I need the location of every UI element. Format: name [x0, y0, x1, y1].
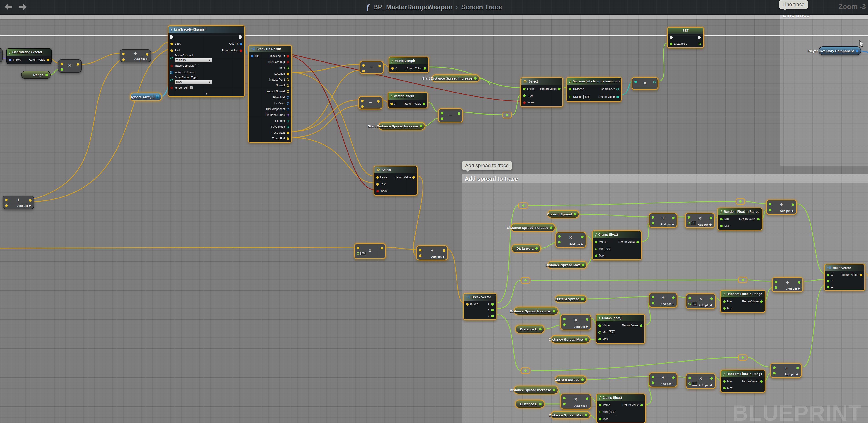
add-b-3-pin-icon[interactable] — [773, 372, 776, 374]
break-hit-result-header[interactable]: Break Hit Result — [249, 46, 291, 52]
division-whole-remainder-pin-icon[interactable] — [569, 96, 571, 98]
break-vector-pin-icon[interactable] — [491, 303, 494, 305]
set-distance-l[interactable]: SETDistance L — [667, 27, 704, 48]
distance-l-1-pin-icon[interactable] — [535, 247, 538, 250]
break-hit-result-pin-icon[interactable] — [286, 114, 289, 116]
get-rotation-x-vector-header[interactable]: ƒGetRotationXVector — [7, 49, 51, 56]
distance-spread-increase-2[interactable]: Distance Spread Increase — [514, 307, 558, 315]
multiply-neg-2-add-pin-button[interactable]: Add pin ✚ — [699, 304, 712, 307]
vector-length-2-header[interactable]: ƒVectorLength — [388, 93, 427, 99]
clamp-float-1-pin-icon[interactable] — [595, 241, 597, 243]
current-spread-1-pin-icon[interactable] — [574, 213, 576, 215]
break-hit-result-pin-icon[interactable] — [286, 72, 289, 75]
random-float-1[interactable]: ƒRandom Float in RangeMinReturn ValueMax — [717, 208, 762, 231]
ignore-array-array-pin-icon[interactable] — [156, 95, 159, 98]
clamp-float-3-pin-icon[interactable] — [641, 404, 643, 406]
break-vector-header[interactable]: Break Vector — [464, 294, 496, 301]
random-float-1-pin-icon[interactable] — [720, 218, 723, 220]
multiply-3-pin-icon[interactable] — [563, 397, 566, 399]
add-a-2[interactable]: +Add pin ✚ — [649, 293, 677, 307]
subtract-1-pin-icon[interactable] — [378, 65, 381, 67]
multiply-2-pin-icon[interactable] — [586, 318, 588, 321]
reroute-2b[interactable] — [738, 277, 747, 283]
add-pin-bottom-mid-pin-icon[interactable] — [419, 249, 422, 251]
comment-strip-title-bar[interactable] — [0, 14, 868, 19]
subtract-2-pin-icon[interactable] — [361, 105, 364, 108]
start-distance-spread-increase-1-pin-icon[interactable] — [474, 77, 476, 80]
multiply-neg-2-value-box[interactable]: -1 — [692, 302, 697, 306]
distance-l-3[interactable]: Distance L — [515, 400, 545, 408]
multiply-neg-3-value-box[interactable]: -1 — [692, 382, 697, 386]
get-rotation-x-vector[interactable]: ƒGetRotationXVectorIn RotReturn Value — [6, 48, 52, 64]
multiply-neg-3-pin-icon[interactable] — [688, 377, 691, 379]
add-pin-bottom-mid-pin-icon[interactable] — [443, 249, 445, 252]
add-pin-top[interactable]: +Add pin ✚ — [120, 50, 151, 62]
reroute-3b-pin-icon[interactable] — [742, 356, 744, 359]
clamp-float-3-pin-icon[interactable] — [599, 418, 601, 420]
line-trace-by-channel-checkbox[interactable]: ✔ — [190, 86, 193, 89]
multiply-55-pin-icon[interactable] — [357, 252, 359, 255]
multiply-neg-2-pin-icon[interactable] — [688, 297, 691, 299]
add-b-3-pin-icon[interactable] — [773, 366, 776, 369]
add-a-3-pin-icon[interactable] — [652, 382, 654, 384]
multiply-neg-1-pin-icon[interactable] — [687, 222, 690, 224]
vector-length-1-pin-icon[interactable] — [424, 67, 426, 70]
multiply-1-pin-icon[interactable] — [558, 235, 561, 238]
line-trace-by-channel-exec-pin-icon[interactable] — [239, 35, 242, 38]
break-hit-result-pin-icon[interactable] — [286, 61, 289, 63]
clamp-float-2-header[interactable]: ƒClamp (float) — [596, 314, 645, 322]
multiply-range-pin-icon[interactable] — [76, 63, 79, 65]
multiply-1-pin-icon[interactable] — [558, 241, 561, 243]
clamp-float-2-pin-icon[interactable] — [598, 324, 601, 327]
add-pin-bottom-left-pin-icon[interactable] — [5, 204, 8, 207]
add-b-2-pin-icon[interactable] — [798, 281, 801, 283]
add-b-1-pin-icon[interactable] — [769, 209, 771, 211]
division-whole-remainder-header[interactable]: ƒDivision (whole and remainder) — [567, 78, 621, 85]
reroute-2[interactable] — [521, 277, 530, 283]
make-vector-header[interactable]: Make Vector — [825, 265, 864, 271]
clamp-float-3-pin-icon[interactable] — [599, 404, 601, 406]
ignore-array[interactable]: Ignore Array L — [130, 93, 162, 101]
multiply-neg-2-pin-icon[interactable] — [710, 297, 713, 300]
clamp-float-2-pin-icon[interactable] — [598, 331, 601, 334]
clamp-float-1-pin-icon[interactable] — [595, 248, 597, 250]
multiply-teal-pin-icon[interactable] — [634, 81, 637, 83]
add-pin-bottom-left[interactable]: +Add pin ✚ — [3, 195, 34, 209]
add-b-1-add-pin-button[interactable]: Add pin ✚ — [780, 209, 794, 213]
subtract-2-pin-icon[interactable] — [361, 99, 364, 102]
set-distance-l-pin-icon[interactable] — [699, 43, 701, 45]
vector-length-2-pin-icon[interactable] — [390, 102, 393, 105]
random-float-1-pin-icon[interactable] — [757, 218, 760, 220]
vector-length-1[interactable]: ƒVectorLengthAReturn Value — [389, 57, 429, 73]
clamp-float-3-header[interactable]: ƒClamp (float) — [597, 394, 645, 401]
multiply-2[interactable]: ×Add pin ✚ — [560, 314, 591, 330]
break-hit-result-pin-icon[interactable] — [286, 131, 289, 134]
clamp-float-1[interactable]: ƒClamp (float)ValueReturn ValueMin0.0Max — [592, 231, 642, 260]
distance-spread-max-2-pin-icon[interactable] — [585, 338, 587, 341]
add-pin-top-pin-icon[interactable] — [146, 53, 149, 56]
distance-spread-increase-1-pin-icon[interactable] — [550, 226, 553, 229]
select-green-pin-icon[interactable] — [523, 87, 526, 90]
clamp-float-1-pin-icon[interactable] — [636, 241, 639, 243]
multiply-2-add-pin-button[interactable]: Add pin ✚ — [575, 325, 588, 328]
add-a-1-pin-icon[interactable] — [652, 222, 654, 224]
multiply-2-pin-icon[interactable] — [563, 324, 566, 326]
subtract-3[interactable]: − — [438, 109, 463, 122]
reroute-3-pin-icon[interactable] — [524, 369, 527, 372]
add-a-2-add-pin-button[interactable]: Add pin ✚ — [660, 302, 674, 306]
add-pin-bottom-left-add-pin-button[interactable]: Add pin ✚ — [18, 204, 31, 208]
line-trace-by-channel-dropdown[interactable]: None▼ — [175, 80, 212, 84]
reroute-3b[interactable] — [738, 354, 747, 361]
add-b-2[interactable]: +Add pin ✚ — [772, 277, 803, 292]
current-spread-1[interactable]: Current Spread — [548, 210, 579, 218]
random-float-3[interactable]: ƒRandom Float in RangeMinReturn ValueMax — [720, 370, 765, 393]
range-pin-icon[interactable] — [45, 74, 48, 76]
start-distance-spread-increase-2[interactable]: Start Distance Spread Increase — [379, 122, 425, 130]
line-trace-by-channel-exec-pin-icon[interactable] — [170, 35, 174, 38]
add-a-3-pin-icon[interactable] — [652, 376, 654, 378]
add-pin-top-pin-icon[interactable] — [122, 58, 125, 61]
line-trace-by-channel[interactable]: ƒLineTraceByChannelStartOut HitEndReturn… — [168, 25, 245, 97]
select-mid-pin-icon[interactable] — [376, 183, 379, 186]
multiply-2-pin-icon[interactable] — [563, 318, 566, 320]
random-float-2-header[interactable]: ƒRandom Float in Range — [721, 291, 765, 297]
